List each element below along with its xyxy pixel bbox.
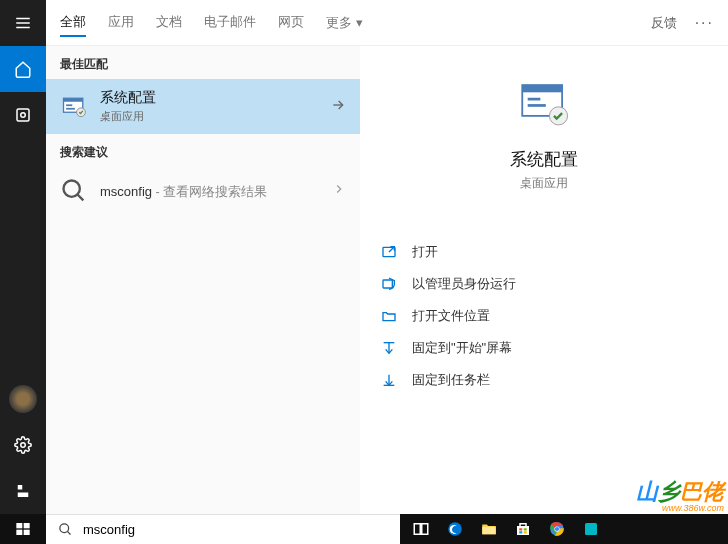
action-pin-taskbar[interactable]: 固定到任务栏 (370, 364, 718, 396)
svg-rect-14 (66, 104, 72, 106)
svg-rect-37 (482, 527, 496, 535)
suggestion-term: msconfig (100, 184, 152, 199)
action-open[interactable]: 打开 (370, 236, 718, 268)
svg-rect-45 (585, 523, 597, 535)
search-icon (60, 177, 88, 205)
svg-rect-40 (519, 531, 522, 533)
svg-rect-21 (522, 85, 562, 92)
profile-button[interactable] (0, 468, 46, 514)
svg-rect-10 (16, 530, 22, 535)
task-view-icon[interactable] (404, 514, 438, 544)
filter-header: 全部 应用 文档 电子邮件 网页 更多▾ 反馈 ··· (46, 0, 728, 46)
svg-rect-15 (66, 107, 75, 109)
suggestion-hint: - 查看网络搜索结果 (152, 185, 267, 199)
pin-taskbar-icon (380, 371, 398, 389)
feedback-link[interactable]: 反馈 (651, 14, 677, 32)
taskbar (400, 514, 728, 544)
best-match-title: 系统配置 (100, 89, 330, 107)
svg-rect-41 (524, 531, 527, 533)
action-pin-start[interactable]: 固定到"开始"屏幕 (370, 332, 718, 364)
app-icon[interactable] (574, 514, 608, 544)
more-options-button[interactable]: ··· (695, 14, 714, 32)
svg-point-18 (64, 181, 80, 197)
best-match-item[interactable]: 系统配置 桌面应用 (46, 79, 360, 134)
svg-rect-38 (519, 528, 522, 530)
arrow-right-icon[interactable] (330, 97, 346, 117)
search-input[interactable] (83, 522, 388, 537)
svg-rect-13 (64, 98, 83, 102)
svg-point-32 (60, 524, 69, 533)
svg-rect-7 (18, 493, 29, 498)
best-match-subtitle: 桌面应用 (100, 109, 330, 124)
tab-all[interactable]: 全部 (60, 9, 86, 37)
explorer-icon[interactable] (472, 514, 506, 544)
svg-rect-6 (18, 485, 23, 490)
store-icon[interactable] (506, 514, 540, 544)
svg-point-5 (21, 443, 26, 448)
svg-rect-34 (414, 524, 420, 535)
svg-point-44 (555, 527, 559, 531)
folder-icon (380, 307, 398, 325)
open-icon (380, 243, 398, 261)
tab-documents[interactable]: 文档 (156, 9, 182, 37)
svg-rect-27 (383, 280, 392, 288)
detail-subtitle: 桌面应用 (520, 175, 568, 192)
svg-rect-22 (528, 98, 541, 101)
detail-title: 系统配置 (510, 148, 578, 171)
user-avatar[interactable] (0, 376, 46, 422)
start-button[interactable] (0, 514, 46, 544)
svg-rect-35 (422, 524, 428, 535)
tab-web[interactable]: 网页 (278, 9, 304, 37)
best-match-label: 最佳匹配 (46, 46, 360, 79)
svg-rect-23 (528, 104, 546, 107)
tab-email[interactable]: 电子邮件 (204, 9, 256, 37)
results-panel: 最佳匹配 系统配置 桌面应用 搜索建议 msconfig - 查看网络搜索结果 (46, 46, 360, 514)
left-rail (0, 0, 46, 544)
action-run-admin[interactable]: 以管理员身份运行 (370, 268, 718, 300)
home-button[interactable] (0, 46, 46, 92)
svg-rect-39 (524, 528, 527, 530)
collections-button[interactable] (0, 92, 46, 138)
hamburger-button[interactable] (0, 0, 46, 46)
detail-panel: 系统配置 桌面应用 打开 以管理员身份运行 打开文件位置 固定到"开始"屏幕 固… (360, 46, 728, 514)
suggestions-label: 搜索建议 (46, 134, 360, 167)
action-file-location[interactable]: 打开文件位置 (370, 300, 718, 332)
svg-point-4 (21, 113, 26, 118)
msconfig-icon (60, 93, 88, 121)
svg-rect-9 (24, 523, 30, 528)
settings-button[interactable] (0, 422, 46, 468)
hero-icon (515, 76, 573, 134)
svg-rect-8 (16, 523, 22, 528)
tab-apps[interactable]: 应用 (108, 9, 134, 37)
svg-rect-3 (17, 109, 29, 121)
admin-icon (380, 275, 398, 293)
edge-icon[interactable] (438, 514, 472, 544)
search-bar[interactable] (46, 514, 400, 544)
chevron-down-icon: ▾ (356, 15, 363, 30)
chrome-icon[interactable] (540, 514, 574, 544)
search-icon (58, 522, 73, 537)
tab-more[interactable]: 更多▾ (326, 9, 363, 37)
pin-start-icon (380, 339, 398, 357)
chevron-right-icon (332, 182, 346, 200)
svg-line-33 (67, 531, 70, 534)
web-suggestion-item[interactable]: msconfig - 查看网络搜索结果 (46, 167, 360, 215)
svg-rect-11 (24, 530, 30, 535)
svg-line-19 (78, 195, 84, 201)
